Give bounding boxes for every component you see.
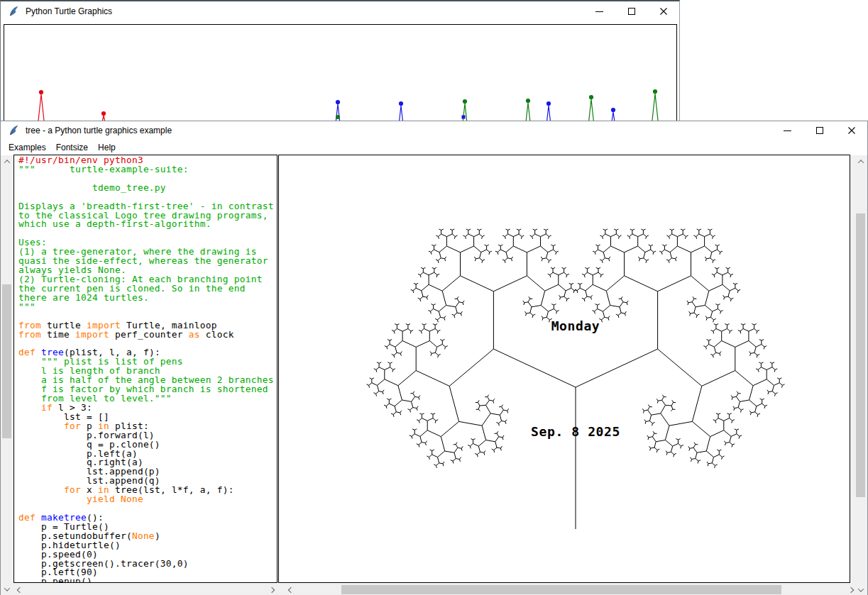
stick-figure	[652, 94, 659, 123]
figure-head-dot	[653, 89, 657, 94]
code-line	[18, 229, 274, 238]
scroll-up-button[interactable]	[855, 155, 867, 167]
bg-window-titlebar[interactable]: Python Turtle Graphics	[1, 1, 679, 21]
tk-feather-icon	[9, 6, 19, 17]
figure-head-dot	[39, 90, 43, 94]
figure-head-dot	[101, 111, 106, 116]
figure-head-dot	[546, 101, 551, 106]
turtle-graphics-window: Python Turtle Graphics	[0, 0, 680, 124]
figure-head-dot	[463, 99, 467, 104]
figure-square-mark	[462, 116, 466, 119]
app-titlebar[interactable]: tree - a Python turtle graphics example	[1, 121, 867, 140]
scroll-up-button[interactable]	[1, 155, 13, 167]
app-close-button[interactable]	[835, 121, 867, 140]
code-line: there are 1024 turtles.	[18, 294, 274, 303]
code-vscrollbar[interactable]	[1, 155, 13, 595]
bg-minimize-button[interactable]	[583, 1, 615, 21]
tk-feather-icon	[9, 125, 19, 136]
code-line: p.penup()	[18, 577, 274, 583]
close-icon	[659, 7, 668, 16]
scroll-down-button[interactable]	[1, 583, 13, 595]
chevron-left-icon	[16, 586, 22, 592]
bg-close-button[interactable]	[647, 1, 679, 21]
menubar: Examples Fontsize Help	[1, 140, 867, 155]
stick-figure	[463, 104, 467, 123]
figure-dot-mark	[336, 115, 340, 119]
minimize-icon	[784, 130, 791, 131]
code-hscrollbar[interactable]	[13, 584, 278, 595]
stick-figure	[526, 103, 530, 123]
menu-item-examples[interactable]: Examples	[4, 140, 51, 155]
code-line: tdemo_tree.py	[18, 184, 274, 193]
scroll-left-button[interactable]	[285, 584, 297, 595]
code-line: """	[18, 303, 274, 312]
app-maximize-button[interactable]	[803, 121, 835, 140]
chevron-down-icon	[857, 586, 863, 591]
canvas-vscrollbar-thumb[interactable]	[856, 213, 865, 497]
code-line: yield None	[18, 495, 274, 504]
menu-item-help[interactable]: Help	[93, 140, 121, 155]
minimize-icon	[595, 11, 603, 12]
scroll-right-button[interactable]	[845, 584, 857, 595]
canvas-annotation: Monday	[551, 318, 600, 333]
close-icon	[847, 126, 856, 135]
figure-head-dot	[611, 108, 615, 112]
stick-figure	[38, 94, 45, 123]
chevron-up-icon	[857, 160, 863, 165]
canvas-hscrollbar-thumb[interactable]	[341, 585, 781, 594]
scroll-left-button[interactable]	[13, 584, 26, 595]
code-line: """ turtle-example-suite:	[18, 165, 274, 174]
figure-head-dot	[336, 100, 340, 104]
code-line: which use a depth-first-algorithm.	[18, 220, 274, 229]
code-vscrollbar-thumb[interactable]	[2, 284, 11, 438]
maximize-icon	[628, 8, 635, 15]
menu-item-fontsize[interactable]: Fontsize	[51, 140, 93, 155]
scroll-right-button[interactable]	[265, 584, 278, 595]
canvas-annotation: Sep. 8 2025	[531, 424, 620, 439]
bg-window-title: Python Turtle Graphics	[26, 6, 112, 16]
code-line: from time import perf_counter as clock	[18, 330, 274, 340]
canvas-hscrollbar[interactable]	[285, 584, 857, 595]
code-text[interactable]: #!/usr/bin/env python3""" turtle-example…	[18, 156, 274, 583]
figure-head-dot	[526, 99, 530, 103]
app-content: #!/usr/bin/env python3""" turtle-example…	[1, 155, 867, 595]
chevron-right-icon	[847, 586, 853, 592]
tree-example-window: tree - a Python turtle graphics example …	[0, 121, 868, 595]
stick-figure	[588, 99, 593, 123]
code-panel[interactable]: #!/usr/bin/env python3""" turtle-example…	[13, 155, 278, 583]
app-minimize-button[interactable]	[771, 121, 803, 140]
chevron-left-icon	[287, 586, 293, 592]
chevron-up-icon	[4, 160, 9, 165]
chevron-down-icon	[4, 585, 9, 591]
stick-figure	[336, 104, 340, 122]
figure-head-dot	[399, 101, 403, 106]
fractal-tree-drawing	[279, 155, 850, 582]
maximize-icon	[816, 127, 823, 134]
tree-branches	[367, 229, 785, 529]
canvas-vscrollbar[interactable]	[855, 155, 867, 595]
app-window-title: tree - a Python turtle graphics example	[26, 126, 172, 135]
chevron-right-icon	[268, 586, 274, 592]
turtle-canvas: MondaySep. 8 2025	[278, 155, 850, 583]
figure-head-dot	[589, 95, 593, 99]
bg-maximize-button[interactable]	[615, 1, 647, 21]
